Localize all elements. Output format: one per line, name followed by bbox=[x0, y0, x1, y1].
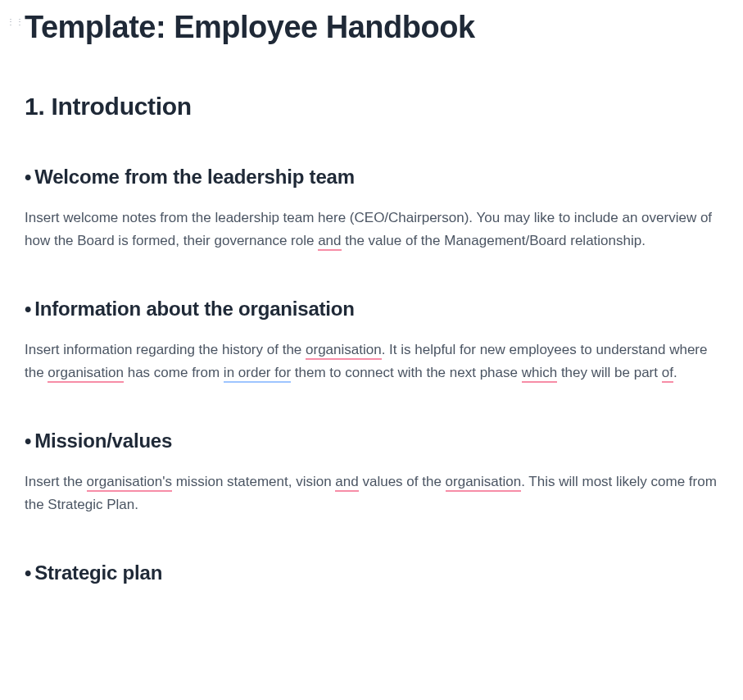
text-run: they will be part bbox=[557, 365, 662, 380]
text-run: . bbox=[673, 365, 677, 380]
grammar-underline[interactable]: and bbox=[318, 233, 341, 251]
subsection-heading-strategic[interactable]: •Strategic plan bbox=[25, 561, 718, 584]
subsection-heading-mission[interactable]: •Mission/values bbox=[25, 430, 718, 452]
text-run: them to connect with the next phase bbox=[291, 365, 522, 380]
subsection-title: Strategic plan bbox=[34, 561, 162, 584]
page-title[interactable]: Template: Employee Handbook bbox=[25, 10, 718, 45]
text-run: mission statement, vision bbox=[172, 474, 335, 489]
subsection-heading-welcome[interactable]: •Welcome from the leadership team bbox=[25, 166, 718, 189]
subsection-title: Mission/values bbox=[34, 430, 172, 452]
grammar-underline[interactable]: in order for bbox=[224, 365, 291, 383]
paragraph-info[interactable]: Insert information regarding the history… bbox=[25, 339, 718, 384]
spell-underline[interactable]: organisation's bbox=[87, 474, 172, 492]
bullet-icon: • bbox=[25, 298, 31, 320]
text-run: values of the bbox=[359, 474, 446, 489]
bullet-icon: • bbox=[25, 166, 31, 188]
drag-handle-icon[interactable]: ⋮⋮ bbox=[7, 20, 25, 25]
text-run: the value of the Management/Board relati… bbox=[342, 233, 646, 248]
text-run: Insert information regarding the history… bbox=[25, 342, 306, 357]
section-heading-introduction[interactable]: 1. Introduction bbox=[25, 93, 718, 120]
subsection-title: Information about the organisation bbox=[34, 298, 355, 320]
paragraph-mission[interactable]: Insert the organisation's mission statem… bbox=[25, 470, 718, 516]
bullet-icon: • bbox=[25, 430, 31, 452]
grammar-underline[interactable]: of bbox=[662, 365, 673, 383]
subsection-title: Welcome from the leadership team bbox=[34, 166, 355, 188]
grammar-underline[interactable]: and bbox=[335, 474, 358, 492]
paragraph-welcome[interactable]: Insert welcome notes from the leadership… bbox=[25, 207, 718, 252]
document-page: Template: Employee Handbook 1. Introduct… bbox=[0, 0, 743, 609]
text-run: Insert the bbox=[25, 474, 87, 489]
spell-underline[interactable]: organisation bbox=[48, 365, 124, 383]
subsection-heading-info[interactable]: •Information about the organisation bbox=[25, 298, 718, 320]
spell-underline[interactable]: organisation bbox=[306, 342, 382, 360]
bullet-icon: • bbox=[25, 561, 31, 584]
grammar-underline[interactable]: which bbox=[522, 365, 557, 383]
text-run: has come from bbox=[124, 365, 224, 380]
spell-underline[interactable]: organisation bbox=[446, 474, 522, 492]
